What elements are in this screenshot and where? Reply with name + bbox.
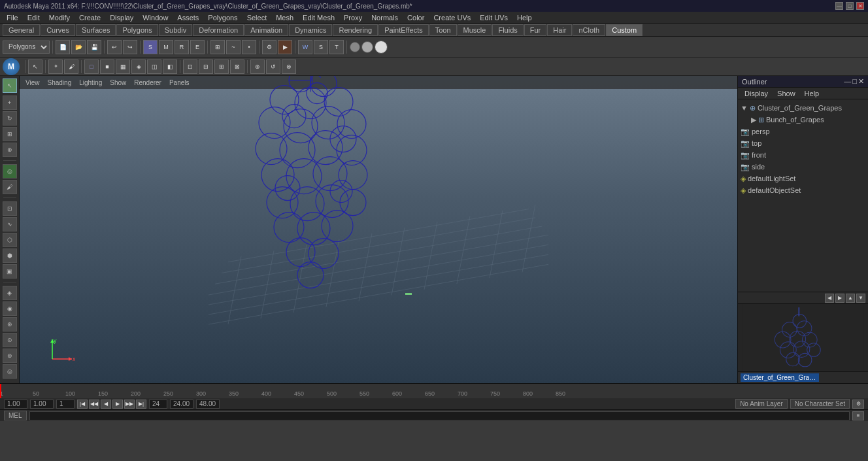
timeline-indicator[interactable] xyxy=(0,384,1,398)
maximize-button[interactable]: □ xyxy=(846,2,854,10)
outliner-minimize[interactable]: — xyxy=(844,77,851,86)
menu-window[interactable]: Window xyxy=(139,13,172,22)
shade-btn3[interactable]: ▦ xyxy=(116,60,130,74)
toolbar-save[interactable]: 💾 xyxy=(87,40,101,54)
shelf-tab-ncloth[interactable]: nCloth xyxy=(573,24,605,36)
range-start-input[interactable] xyxy=(56,400,75,409)
lasso-select[interactable]: ⌖ xyxy=(48,60,63,74)
toolbar-new[interactable]: 📄 xyxy=(56,40,70,54)
outliner-item-lightset[interactable]: ◈ defaultLightSet xyxy=(738,173,868,184)
toolbar-texture[interactable]: T xyxy=(329,40,344,54)
shelf-tab-polygons[interactable]: Polygons xyxy=(116,24,158,36)
thumb-down[interactable]: ▼ xyxy=(856,294,865,303)
shelf-tab-general[interactable]: General xyxy=(3,24,40,36)
mel-label[interactable]: MEL xyxy=(4,411,27,420)
thumb-prev[interactable]: ◀ xyxy=(825,294,834,303)
menu-edit-uvs[interactable]: Edit UVs xyxy=(476,13,512,22)
menu-display[interactable]: Display xyxy=(106,13,137,22)
camera-btn1[interactable]: ⊡ xyxy=(183,60,197,74)
camera-btn2[interactable]: ⊟ xyxy=(199,60,213,74)
mode-dropdown[interactable]: Polygons xyxy=(3,41,50,54)
outliner-menu-display[interactable]: Display xyxy=(741,89,772,98)
menu-create-uvs[interactable]: Create UVs xyxy=(429,13,475,22)
toolbar-wireframe[interactable]: W xyxy=(298,40,312,54)
play-fwd-btn[interactable]: ▶ xyxy=(112,400,123,409)
current-frame-display[interactable] xyxy=(4,400,27,409)
misc-btn5[interactable]: ⊚ xyxy=(3,349,17,363)
soft-select-btn[interactable]: ◎ xyxy=(3,164,17,179)
thumb-up[interactable]: ▲ xyxy=(846,294,855,303)
shade-btn2[interactable]: ■ xyxy=(100,60,114,74)
toolbar-smooth-shade[interactable]: S xyxy=(314,40,328,54)
outliner-item-side[interactable]: 📷 side xyxy=(738,161,868,173)
viewport[interactable]: View Shading Lighting Show Renderer Pane… xyxy=(20,76,737,383)
shelf-tab-painteffects[interactable]: PaintEffects xyxy=(378,24,429,36)
script-icon[interactable]: ≡ xyxy=(852,411,864,420)
shade-btn4[interactable]: ◈ xyxy=(131,60,146,74)
menu-normals[interactable]: Normals xyxy=(367,13,402,22)
shelf-tab-muscle[interactable]: Muscle xyxy=(458,24,492,36)
poly-btn[interactable]: ⬢ xyxy=(3,248,17,263)
fps-input[interactable] xyxy=(196,400,220,409)
menu-create[interactable]: Create xyxy=(75,13,105,22)
toolbar-render-settings[interactable]: ⚙ xyxy=(262,40,276,54)
outliner-menu-show[interactable]: Show xyxy=(773,89,799,98)
shelf-tab-fur[interactable]: Fur xyxy=(524,24,547,36)
no-char-set[interactable]: No Character Set xyxy=(790,399,850,409)
outliner-item-objset[interactable]: ◈ defaultObjectSet xyxy=(738,184,868,196)
shelf-tab-surfaces[interactable]: Surfaces xyxy=(76,24,116,36)
goto-start-btn[interactable]: |◀ xyxy=(77,400,88,409)
toolbar-redo[interactable]: ↪ xyxy=(123,40,137,54)
menu-help[interactable]: Help xyxy=(513,13,536,22)
curve-btn[interactable]: ∿ xyxy=(3,217,17,231)
mel-input[interactable] xyxy=(29,411,850,420)
range-end-input[interactable] xyxy=(149,400,167,409)
outliner-maximize[interactable]: □ xyxy=(852,77,857,86)
shelf-tab-hair[interactable]: Hair xyxy=(547,24,572,36)
toolbar-q1[interactable] xyxy=(350,42,360,52)
prev-frame-btn[interactable]: ◀ xyxy=(101,400,111,409)
thumb-next[interactable]: ▶ xyxy=(835,294,844,303)
snaps-btn3[interactable]: ⊗ xyxy=(282,60,296,74)
outliner-item-bunch[interactable]: ▶ ⊞ Bunch_of_Grapes xyxy=(738,114,868,126)
shelf-tab-subdiv[interactable]: Subdiv xyxy=(159,24,193,36)
step-fwd-btn[interactable]: ▶▶ xyxy=(124,400,135,409)
outliner-item-top[interactable]: 📷 top xyxy=(738,137,868,149)
camera-btn3[interactable]: ⊞ xyxy=(214,60,229,74)
frame-end-display[interactable] xyxy=(170,400,193,409)
shelf-tab-fluids[interactable]: Fluids xyxy=(492,24,523,36)
toolbar-open[interactable]: 📂 xyxy=(71,40,86,54)
goto-end-btn[interactable]: ▶| xyxy=(136,400,146,409)
step-back-btn[interactable]: ◀◀ xyxy=(89,400,99,409)
toolbar-scale[interactable]: E xyxy=(190,40,205,54)
vp-menu-renderer[interactable]: Renderer xyxy=(131,78,165,87)
no-anim-layer[interactable]: No Anim Layer xyxy=(735,399,788,409)
toolbar-snap-curve[interactable]: ~ xyxy=(226,40,241,54)
shelf-tab-rendering[interactable]: Rendering xyxy=(333,24,378,36)
menu-select[interactable]: Select xyxy=(243,13,271,22)
misc-btn4[interactable]: ⊙ xyxy=(3,333,17,347)
shelf-tab-curves[interactable]: Curves xyxy=(41,24,75,36)
toolbar-q3[interactable] xyxy=(375,41,388,54)
menu-modify[interactable]: Modify xyxy=(45,13,74,22)
misc-btn6[interactable]: ◎ xyxy=(3,364,17,379)
toolbar-snap-point[interactable]: • xyxy=(242,40,256,54)
shelf-tab-animation[interactable]: Animation xyxy=(244,24,288,36)
vp-menu-show[interactable]: Show xyxy=(107,78,129,87)
shade-btn5[interactable]: ◫ xyxy=(147,60,161,74)
menu-edit-mesh[interactable]: Edit Mesh xyxy=(299,13,339,22)
minimize-button[interactable]: — xyxy=(835,2,843,10)
vp-menu-panels[interactable]: Panels xyxy=(166,78,193,87)
shade-btn6[interactable]: ◧ xyxy=(163,60,177,74)
snaps-btn2[interactable]: ↺ xyxy=(266,60,280,74)
close-button[interactable]: ✕ xyxy=(856,2,864,10)
timeline-ruler[interactable]: 1 50 100 150 200 250 300 350 400 450 500… xyxy=(0,384,868,398)
subdiv-btn[interactable]: ▣ xyxy=(3,264,17,279)
surface-btn[interactable]: ⬡ xyxy=(3,233,17,247)
menu-assets[interactable]: Assets xyxy=(173,13,203,22)
vp-menu-lighting[interactable]: Lighting xyxy=(76,78,105,87)
snaps-btn1[interactable]: ⊕ xyxy=(250,60,265,74)
move-tool-btn[interactable]: + xyxy=(3,95,17,110)
paint-select[interactable]: 🖌 xyxy=(64,60,78,74)
outliner-item-front[interactable]: 📷 front xyxy=(738,149,868,161)
